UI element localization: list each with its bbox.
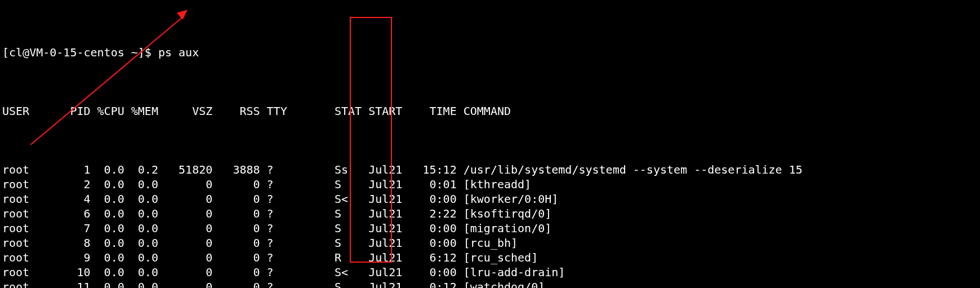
cell-rss: 0: [212, 265, 260, 280]
cell-tty: ?: [260, 206, 287, 221]
cell-vsz: 0: [158, 265, 212, 280]
cell-stat: S: [335, 177, 368, 192]
cell-pid: 4: [36, 192, 90, 206]
cell-cpu: 0.0: [91, 236, 124, 250]
cell-time: 2:22: [409, 206, 456, 221]
cell-cpu: 0.0: [91, 206, 124, 221]
cell-mem: 0.0: [124, 265, 158, 280]
cell-cpu: 0.0: [91, 280, 124, 288]
table-row: root20.00.000?SJul210:01[kthreadd]: [2, 177, 978, 192]
cell-mem: 0.0: [124, 192, 158, 206]
cell-pid: 9: [36, 250, 90, 265]
col-time: TIME: [409, 104, 456, 118]
table-row: root60.00.000?SJul212:22[ksoftirqd/0]: [2, 206, 978, 221]
cell-command: [rcu_sched]: [457, 250, 538, 265]
cell-tty: ?: [260, 221, 287, 236]
cell-mem: 0.0: [124, 177, 158, 192]
col-cpu: %CPU: [91, 104, 124, 118]
cell-rss: 0: [212, 280, 260, 288]
table-row: root70.00.000?SJul210:00[migration/0]: [2, 221, 978, 236]
cell-command: [migration/0]: [457, 221, 552, 236]
cell-mem: 0.0: [124, 236, 158, 250]
cell-start: Jul21: [368, 162, 409, 177]
cell-command: [lru-add-drain]: [457, 265, 565, 280]
cell-tty: ?: [260, 250, 287, 265]
cell-stat: Ss: [335, 162, 368, 177]
col-vsz: VSZ: [158, 104, 212, 118]
cell-stat: S<: [335, 265, 368, 280]
cell-pid: 10: [36, 265, 90, 280]
cell-start: Jul21: [368, 192, 409, 206]
col-rss: RSS: [212, 104, 260, 118]
cell-command: [kworker/0:0H]: [457, 192, 559, 206]
col-mem: %MEM: [124, 104, 158, 118]
cell-mem: 0.0: [124, 250, 158, 265]
cell-tty: ?: [260, 265, 287, 280]
cell-mem: 0.0: [124, 206, 158, 221]
cell-rss: 0: [212, 206, 260, 221]
cell-command: [ksoftirqd/0]: [457, 206, 552, 221]
cell-rss: 0: [212, 221, 260, 236]
cell-start: Jul21: [368, 206, 409, 221]
cell-time: 0:00: [409, 192, 456, 206]
cell-user: root: [2, 265, 36, 280]
cell-mem: 0.0: [124, 221, 158, 236]
cell-stat: S: [335, 206, 368, 221]
annotation-arrow-line: [30, 15, 185, 145]
terminal-window[interactable]: [cl@VM-0-15-centos ~]$ ps aux USERPID%CP…: [0, 0, 980, 288]
cell-command: [watchdog/0]: [457, 280, 545, 288]
cell-user: root: [2, 250, 36, 265]
table-row: root80.00.000?SJul210:00[rcu_bh]: [2, 236, 978, 250]
cell-time: 0:00: [409, 236, 456, 250]
cell-start: Jul21: [368, 280, 409, 288]
cell-cpu: 0.0: [91, 177, 124, 192]
cell-mem: 0.0: [124, 280, 158, 288]
cell-tty: ?: [260, 162, 287, 177]
cell-pid: 7: [36, 221, 90, 236]
cell-tty: ?: [260, 280, 287, 288]
cell-tty: ?: [260, 177, 287, 192]
cell-user: root: [2, 236, 36, 250]
table-row: root110.00.000?SJul210:12[watchdog/0]: [2, 280, 978, 288]
cell-time: 0:00: [409, 221, 456, 236]
cell-cpu: 0.0: [91, 250, 124, 265]
cell-command: [kthreadd]: [457, 177, 531, 192]
cell-mem: 0.2: [124, 162, 158, 177]
cell-cpu: 0.0: [91, 265, 124, 280]
cell-vsz: 51820: [158, 162, 212, 177]
cell-stat: S<: [335, 192, 368, 206]
cell-tty: ?: [260, 192, 287, 206]
cell-pid: 11: [36, 280, 90, 288]
col-tty: TTY: [260, 104, 287, 118]
cell-pid: 8: [36, 236, 90, 250]
cell-vsz: 0: [158, 236, 212, 250]
shell-prompt: [cl@VM-0-15-centos ~]$: [2, 46, 158, 59]
cell-vsz: 0: [158, 192, 212, 206]
cell-stat: S: [335, 236, 368, 250]
cell-command: /usr/lib/systemd/systemd --system --dese…: [457, 162, 803, 177]
cell-vsz: 0: [158, 206, 212, 221]
cell-time: 0:00: [409, 265, 456, 280]
cell-time: 6:12: [409, 250, 456, 265]
entered-command: ps aux: [158, 46, 199, 59]
cell-pid: 2: [36, 177, 90, 192]
cell-start: Jul21: [368, 236, 409, 250]
table-row: root10.00.2518203888?SsJul2115:12/usr/li…: [2, 162, 978, 177]
cell-rss: 0: [212, 250, 260, 265]
cell-command: [rcu_bh]: [457, 236, 518, 250]
table-row: root40.00.000?S<Jul210:00[kworker/0:0H]: [2, 192, 978, 206]
cell-pid: 1: [36, 162, 90, 177]
cell-user: root: [2, 177, 36, 192]
cell-cpu: 0.0: [91, 221, 124, 236]
cell-time: 0:12: [409, 280, 456, 288]
cell-rss: 0: [212, 192, 260, 206]
table-row: root100.00.000?S<Jul210:00[lru-add-drain…: [2, 265, 978, 280]
cell-pid: 6: [36, 206, 90, 221]
cell-cpu: 0.0: [91, 162, 124, 177]
ps-rows: root10.00.2518203888?SsJul2115:12/usr/li…: [2, 162, 978, 288]
cell-vsz: 0: [158, 250, 212, 265]
cell-time: 0:01: [409, 177, 456, 192]
cell-start: Jul21: [368, 221, 409, 236]
col-stat: STAT: [335, 104, 368, 118]
col-pid: PID: [36, 104, 90, 118]
